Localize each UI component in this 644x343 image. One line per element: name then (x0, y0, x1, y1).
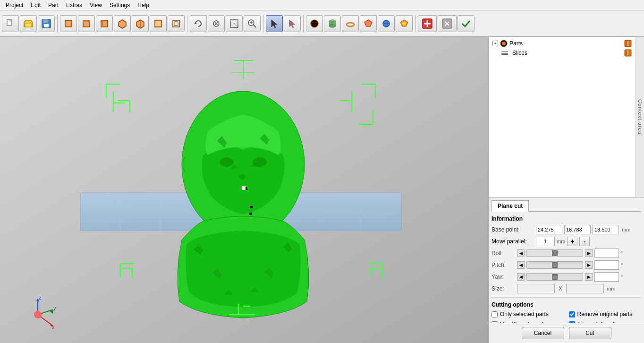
toolbar-torus-btn[interactable] (342, 15, 359, 32)
tab-bar: Plane cut (491, 200, 641, 212)
size-width-input[interactable] (517, 284, 555, 293)
toolbar-add-btn[interactable] (418, 15, 437, 32)
toolbar-view-top-btn[interactable] (60, 15, 77, 32)
svg-rect-64 (249, 213, 252, 215)
svg-line-25 (254, 25, 256, 27)
remove-original-row: Remove original parts (569, 311, 642, 317)
only-selected-label: Only selected parts (500, 311, 549, 317)
toolbar-view-side-btn[interactable] (96, 15, 113, 32)
remove-original-label: Remove original parts (577, 311, 633, 317)
menu-edit[interactable]: Edit (27, 1, 44, 9)
svg-marker-13 (119, 20, 126, 28)
roll-left-arrow[interactable]: ◀ (517, 249, 525, 257)
toolbar-view-front-btn[interactable] (78, 15, 95, 32)
toolbar-view-persp-btn[interactable] (150, 15, 167, 32)
toolbar-globe-btn[interactable] (378, 15, 395, 32)
tree-item-slices[interactable]: Slices (491, 48, 634, 58)
toolbar-multi-btn[interactable] (396, 15, 413, 32)
roll-slider[interactable] (526, 249, 583, 257)
menu-view[interactable]: View (86, 1, 106, 9)
svg-marker-20 (194, 22, 197, 24)
toolbar-check-btn[interactable] (458, 15, 475, 32)
section-information: Information (491, 215, 641, 222)
yaw-right-arrow[interactable]: ▶ (585, 273, 593, 281)
svg-text:y: y (53, 305, 56, 311)
toolbar-save-btn[interactable] (38, 15, 55, 32)
svg-rect-4 (25, 23, 32, 27)
tree-label-slices: Slices (512, 50, 527, 56)
menu-settings[interactable]: Settings (106, 1, 134, 9)
yaw-slider[interactable] (526, 273, 583, 281)
svg-rect-10 (83, 20, 90, 22)
tree-content: + Parts (489, 37, 644, 60)
pitch-left-arrow[interactable]: ◀ (517, 261, 525, 269)
svg-text:x: x (52, 324, 55, 330)
base-point-z[interactable]: 13.500 (593, 225, 619, 234)
yaw-row: Yaw: ◀ ▶ ° (491, 272, 641, 282)
size-height-input[interactable] (566, 284, 604, 293)
pitch-value[interactable] (594, 260, 619, 270)
menu-part[interactable]: Part (44, 1, 62, 9)
svg-rect-63 (250, 206, 253, 208)
toolbar-select-btn[interactable] (266, 15, 283, 32)
toolbar-pan-btn[interactable] (208, 15, 225, 32)
toolbar-edit-btn[interactable] (438, 15, 457, 32)
yaw-label: Yaw: (491, 274, 515, 280)
menu-extras[interactable]: Extras (62, 1, 86, 9)
cutting-options-grid: Only selected parts Remove original part… (491, 311, 641, 323)
yaw-degree: ° (621, 274, 623, 280)
tab-plane-cut[interactable]: Plane cut (491, 200, 529, 212)
pitch-degree: ° (621, 262, 623, 268)
toolbar-sphere-btn[interactable] (306, 15, 323, 32)
yaw-value[interactable] (594, 272, 619, 282)
toolbar-view-iso2-btn[interactable] (132, 15, 149, 32)
toolbar-zoom-btn[interactable] (244, 15, 261, 32)
toolbar-crosshair-btn[interactable] (284, 15, 301, 32)
move-parallel-input[interactable] (536, 237, 555, 246)
move-parallel-label: Move parallel: (491, 238, 534, 245)
svg-point-34 (347, 23, 354, 26)
size-label: Size: (491, 285, 515, 292)
pitch-right-arrow[interactable]: ▶ (585, 261, 593, 269)
toolbar-view-box-btn[interactable] (168, 15, 185, 32)
toolbar-new-btn[interactable] (2, 15, 19, 32)
roll-right-arrow[interactable]: ▶ (585, 249, 593, 257)
roll-value[interactable] (594, 249, 619, 258)
tree-item-parts[interactable]: + Parts (491, 39, 634, 48)
svg-rect-108 (501, 53, 508, 54)
toolbar-view-iso1-btn[interactable] (114, 15, 131, 32)
cut-button[interactable]: Cut (569, 327, 611, 339)
toolbar-zoom-fit-btn[interactable] (226, 15, 243, 32)
svg-point-104 (502, 42, 506, 45)
axis-indicator: z x y (19, 296, 57, 334)
menu-project[interactable]: Project (2, 1, 27, 9)
only-selected-checkbox[interactable] (491, 311, 498, 317)
pitch-row: Pitch: ◀ ▶ ° (491, 260, 641, 270)
svg-rect-6 (43, 19, 48, 23)
base-point-x[interactable]: 24.275 (536, 225, 562, 234)
remove-original-checkbox[interactable] (569, 311, 575, 317)
right-panel: + Parts (488, 37, 644, 343)
svg-rect-91 (242, 186, 246, 190)
menu-help[interactable]: Help (134, 1, 153, 9)
move-parallel-plus-btn[interactable]: + (567, 237, 577, 246)
size-x-label: X (557, 285, 564, 292)
tree-expand-parts[interactable]: + (492, 41, 498, 46)
section-cutting-options: Cutting options (491, 301, 641, 308)
toolbar-cylinder-btn[interactable] (324, 15, 341, 32)
base-point-y[interactable]: 16.783 (564, 225, 591, 234)
cancel-button[interactable]: Cancel (522, 327, 564, 339)
move-parallel-minus-btn[interactable]: - (579, 237, 590, 246)
plane-cut-panel: Plane cut Information Base point 24.275 … (489, 197, 644, 323)
svg-text:z: z (39, 296, 42, 300)
pitch-slider[interactable] (526, 261, 583, 269)
svg-rect-8 (65, 20, 72, 27)
toolbar-rotate-btn[interactable] (190, 15, 207, 32)
svg-rect-7 (44, 24, 49, 27)
yaw-left-arrow[interactable]: ◀ (517, 273, 525, 281)
toolbar-open-btn[interactable] (20, 15, 37, 32)
viewport-3d[interactable]: z x y (0, 37, 488, 343)
toolbar-mesh-btn[interactable] (360, 15, 377, 32)
base-point-row: Base point 24.275 16.783 13.500 mm (491, 225, 641, 234)
pitch-label: Pitch: (491, 262, 515, 268)
